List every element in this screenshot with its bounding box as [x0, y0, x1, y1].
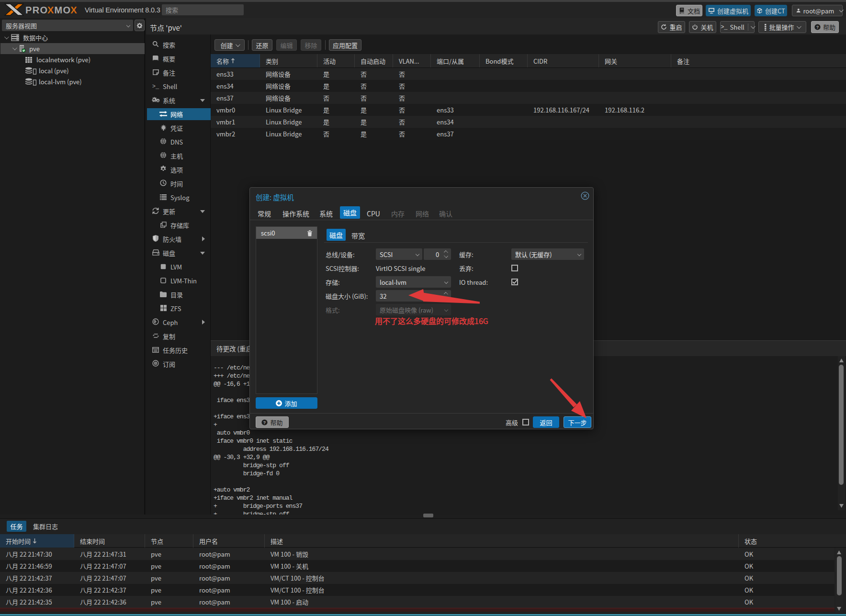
svg-text:?: ?	[263, 420, 266, 425]
svg-text:?: ?	[816, 25, 819, 30]
